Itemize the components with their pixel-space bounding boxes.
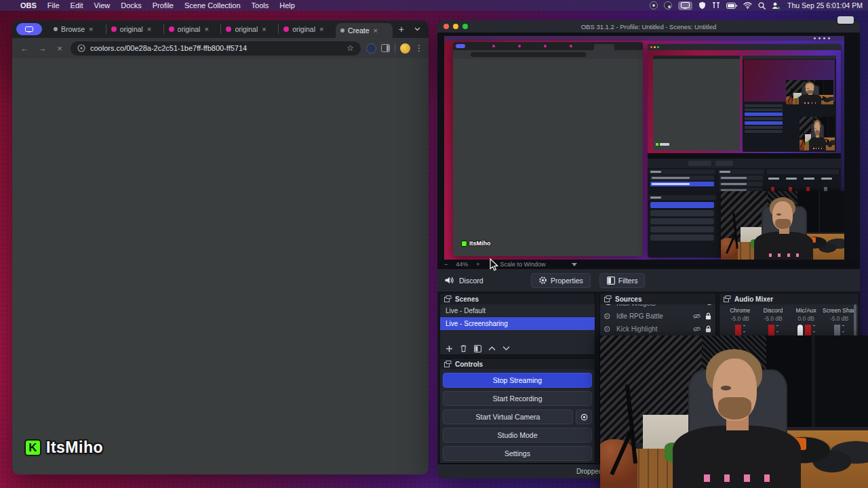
source-item-kick-highlight[interactable]: Kick Highlight (600, 323, 715, 336)
zoom-out-button[interactable]: − (444, 261, 448, 268)
profile-avatar[interactable] (400, 43, 410, 54)
virtual-camera-config-button[interactable] (576, 409, 592, 424)
hamburger-icon[interactable]: ≡ (707, 304, 711, 307)
coolors-page[interactable]: K ItsMiho (12, 58, 429, 474)
tab-list-chevron-icon[interactable] (410, 27, 425, 31)
channel-db: 0.0 dB (797, 315, 814, 322)
media-icon (604, 313, 612, 319)
stop-loading-icon[interactable]: × (53, 43, 66, 54)
screen-mirroring-icon[interactable] (678, 1, 692, 10)
user-switch-icon[interactable] (772, 1, 780, 10)
desktop: OBS File Edit View Docks Profile Scene C… (0, 0, 868, 488)
controls-header[interactable]: Controls (440, 359, 595, 369)
tab-original-4[interactable]: original × (279, 21, 336, 37)
start-virtual-camera-button[interactable]: Start Virtual Camera (443, 409, 573, 424)
status-app-icon[interactable] (650, 1, 658, 10)
close-icon[interactable]: × (319, 25, 324, 33)
close-icon[interactable]: × (203, 25, 209, 33)
obs-preview[interactable]: ItsMiho (437, 33, 860, 260)
app-glyph-icon[interactable] (712, 1, 720, 10)
stop-streaming-button[interactable]: Stop Streaming (443, 373, 592, 388)
chrome-window: Browse × original × original × original … (12, 20, 429, 474)
selected-source[interactable]: Discord (437, 276, 526, 285)
properties-button[interactable]: Properties (531, 273, 591, 288)
menu-item-scene-collection[interactable]: Scene Collection (179, 0, 246, 11)
browser-menu-icon[interactable]: ⋮ (415, 43, 423, 53)
close-icon[interactable]: × (88, 25, 94, 33)
side-panel-icon[interactable] (381, 44, 390, 52)
mini-tab-strip (453, 42, 643, 50)
channel-name: Chrome (730, 307, 750, 314)
screen-share-pill[interactable] (16, 23, 42, 35)
forward-icon[interactable]: → (35, 43, 49, 54)
lock-icon[interactable] (705, 325, 711, 333)
tab-original-2[interactable]: original × (164, 21, 221, 37)
scenes-toolbar (439, 342, 595, 355)
webcam-window (600, 336, 868, 488)
tab-original-1[interactable]: original × (106, 21, 163, 37)
menu-item-view[interactable]: View (89, 0, 116, 11)
eye-slash-icon[interactable] (692, 313, 701, 319)
url-text[interactable]: coolors.co/00e28a-2c2c51-1be7ff-ffb800-f… (90, 44, 342, 52)
source-item-kick-widgets[interactable]: Kick Widgets ≡ (600, 304, 715, 310)
preview-zoom-controls: − 44% + Scale to Window (437, 260, 860, 269)
scene-item-live-default[interactable]: Live - Default (440, 304, 595, 317)
eye-slash-icon[interactable] (692, 326, 701, 332)
menu-item-help[interactable]: Help (274, 0, 300, 11)
media-icon (604, 326, 612, 332)
menu-item-docks[interactable]: Docks (115, 0, 147, 11)
menu-bar-clock[interactable]: Thu Sep 25 6:01:04 PM (787, 1, 863, 9)
chevron-up-icon[interactable] (488, 346, 496, 351)
chevron-down-icon[interactable] (502, 346, 510, 351)
close-icon[interactable]: × (261, 25, 267, 33)
back-icon[interactable]: ← (18, 43, 31, 54)
site-info-icon[interactable] (77, 44, 85, 52)
scene-item-live-screensharing[interactable]: Live - Screensharing (440, 317, 595, 330)
wifi-icon[interactable] (743, 1, 752, 10)
scene-filters-icon[interactable] (474, 345, 481, 352)
battery-icon[interactable] (726, 1, 737, 10)
source-item-idle-rpg-battle[interactable]: Idle RPG Battle (600, 310, 715, 323)
close-icon[interactable]: × (373, 26, 378, 35)
scale-mode-label[interactable]: Scale to Window (500, 261, 546, 268)
address-bar[interactable]: coolors.co/00e28a-2c2c51-1be7ff-ffb800-f… (71, 41, 361, 56)
lock-icon[interactable] (705, 312, 711, 320)
zoom-in-button[interactable]: + (476, 261, 479, 268)
shield-icon[interactable] (698, 1, 706, 10)
new-tab-button[interactable]: + (393, 24, 410, 35)
scale-mode-chevron-icon[interactable] (572, 263, 577, 266)
menu-item-file[interactable]: File (42, 0, 65, 11)
sources-header[interactable]: Sources (600, 293, 715, 304)
extension-icon[interactable] (366, 43, 376, 54)
tab-original-3[interactable]: original × (221, 21, 278, 37)
audio-mixer-header[interactable]: Audio Mixer (719, 293, 859, 304)
mixer-scrollbar[interactable] (854, 304, 856, 340)
eye-icon[interactable] (604, 304, 612, 306)
menu-item-obs[interactable]: OBS (15, 0, 42, 11)
itsmiho-text: ItsMiho (46, 439, 103, 457)
status-app-icon-2[interactable] (664, 1, 672, 10)
tab-create-active[interactable]: Create × (336, 23, 393, 38)
shirt-graphic (766, 253, 804, 257)
search-icon[interactable] (758, 1, 766, 10)
menu-item-tools[interactable]: Tools (246, 0, 275, 11)
obs-title-bar[interactable]: OBS 31.1.2 - Profile: Untitled - Scenes:… (437, 20, 860, 33)
settings-button[interactable]: Settings (443, 446, 592, 461)
scenes-header[interactable]: Scenes (440, 293, 595, 304)
filters-button[interactable]: Filters (599, 273, 646, 288)
gear-icon (538, 276, 547, 285)
source-label: Idle RPG Battle (616, 312, 688, 320)
person-face (772, 201, 793, 229)
dock-icon (724, 296, 731, 302)
tab-label: original (235, 25, 258, 33)
tab-browse[interactable]: Browse × (49, 21, 106, 37)
menu-item-edit[interactable]: Edit (65, 0, 89, 11)
close-icon[interactable]: × (146, 25, 152, 33)
bookmark-star-icon[interactable]: ☆ (347, 43, 354, 53)
remove-scene-icon[interactable] (460, 344, 467, 352)
start-recording-button[interactable]: Start Recording (443, 391, 592, 406)
source-label: Kick Highlight (616, 325, 688, 333)
add-scene-icon[interactable] (446, 345, 453, 352)
studio-mode-button[interactable]: Studio Mode (443, 428, 592, 443)
menu-item-profile[interactable]: Profile (147, 0, 179, 11)
